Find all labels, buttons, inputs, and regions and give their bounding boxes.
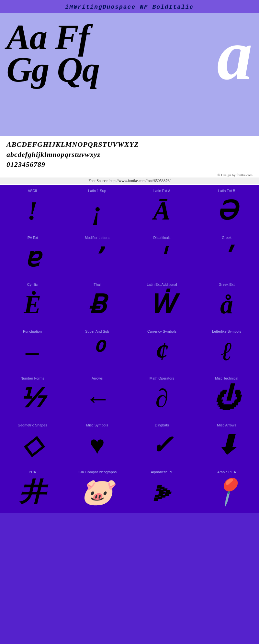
glyph-label: Arrows <box>92 376 103 380</box>
glyph-cell: Letterlike Symbolsℓ <box>194 326 259 372</box>
glyph-label: Greek <box>222 236 231 240</box>
source-link[interactable]: Font Source: http://www.fontke.com/font/… <box>0 177 259 184</box>
glyph-cell: Modifier Lettersʼ <box>65 232 130 279</box>
glyph-label: ASCII <box>28 189 37 193</box>
glyph-label: CJK Compat Ideographs <box>78 470 117 474</box>
alphabet-lowercase: abcdefghijklmnopqrstuvwxyz <box>6 150 253 160</box>
glyph-cell: Currency Symbols¢ <box>130 326 194 372</box>
alphabet-uppercase: ABCDEFGHIJKLMNOPQRSTUVWXYZ <box>6 140 253 150</box>
glyph-character: ⁰ <box>92 336 102 367</box>
glyph-character: ¡ <box>92 195 102 226</box>
glyph-cell: Misc Technical⏻ <box>194 372 259 419</box>
glyph-label: Thai <box>94 283 100 286</box>
glyph-cell: Misc Symbols♥ <box>65 419 130 466</box>
glyph-label: Latin 1 Sup <box>88 189 106 193</box>
glyph-cell: CJK Compat Ideographs🐷 <box>65 466 130 513</box>
preview-letters-row2: Gg Qq <box>6 52 99 87</box>
glyph-label: Super And Sub <box>85 329 109 333</box>
glyph-label: Modifier Letters <box>85 236 109 240</box>
glyph-character: Ə <box>217 195 237 226</box>
glyph-cell: Geometric Shapes◇ <box>0 419 65 466</box>
glyph-label: Greek Ext <box>219 283 235 286</box>
glyph-character: ʼ <box>93 242 101 273</box>
glyph-character: ! <box>27 195 37 226</box>
glyph-character: ← <box>84 383 110 413</box>
preview-letters: Aa Ff Gg Qq <box>6 19 253 87</box>
preview-area: Aa Ff Gg Qq a <box>0 13 259 136</box>
glyph-cell: ASCII! <box>0 185 65 232</box>
glyph-cell: Greekʹ <box>194 232 259 279</box>
glyph-character: ◇ <box>22 430 42 460</box>
glyph-character: Ā <box>153 195 170 226</box>
glyph-cell: Arrows← <box>65 372 130 419</box>
glyph-label: Arabic PF A <box>217 470 236 474</box>
glyph-cell: Super And Sub⁰ <box>65 326 130 372</box>
glyph-label: Letterlike Symbols <box>212 329 241 333</box>
title-bar: iMWritingDuospace NF BoldItalic <box>0 0 259 13</box>
glyph-character: ⪢ <box>149 477 175 507</box>
glyph-label: Diacriticals <box>153 236 170 240</box>
alphabet-area: ABCDEFGHIJKLMNOPQRSTUVWXYZ abcdefghijklm… <box>0 136 259 171</box>
glyph-cell: Dingbats✓ <box>130 419 194 466</box>
glyph-label: Math Operators <box>150 376 174 380</box>
glyph-character: Ẇ <box>149 289 175 320</box>
glyph-label: PUA <box>29 470 36 474</box>
glyph-cell: Greek Extå <box>194 279 259 326</box>
glyph-label: Alphabetic PF <box>151 470 173 474</box>
glyph-character: ♥ <box>89 430 105 460</box>
glyph-cell: Diacriticalsˈ <box>130 232 194 279</box>
glyph-cell: ThaiɃ <box>65 279 130 326</box>
glyph-character: 📍 <box>210 477 243 507</box>
glyph-cell: Arabic PF A📍 <box>194 466 259 513</box>
glyph-cell: Latin Ext AĀ <box>130 185 194 232</box>
glyph-label: Misc Technical <box>215 376 238 380</box>
glyph-cell: CyrillicĖ <box>0 279 65 326</box>
glyph-label: Punctuation <box>23 329 42 333</box>
font-title: iMWritingDuospace NF BoldItalic <box>65 4 194 10</box>
glyph-label: Latin Ext Additional <box>147 283 177 286</box>
glyph-label: Misc Symbols <box>86 423 108 427</box>
copyright-text: © Design by fontke.com <box>217 173 253 177</box>
glyph-character: ⬇ <box>216 430 238 460</box>
glyph-cell: PUA井 <box>0 466 65 513</box>
glyph-character: ℓ <box>221 336 232 367</box>
glyph-cell: Number Forms⅐ <box>0 372 65 419</box>
alphabet-digits: 0123456789 <box>6 160 253 170</box>
glyph-character: 🐷 <box>81 477 113 507</box>
preview-large-letter: a <box>217 19 253 91</box>
glyph-character: ʹ <box>223 242 230 273</box>
preview-row2: Gg Qq <box>6 52 99 87</box>
glyph-cell: Alphabetic PF⪢ <box>130 466 194 513</box>
glyph-character: ¢ <box>155 336 168 367</box>
glyph-character: – <box>26 336 39 367</box>
glyph-character: ✓ <box>151 430 173 460</box>
glyph-label: Latin Ext A <box>153 189 171 193</box>
glyph-cell: IPA Extɐ <box>0 232 65 279</box>
glyph-character: Ė <box>24 289 41 320</box>
glyph-grid: ASCII!Latin 1 Sup¡Latin Ext AĀLatin Ext … <box>0 185 259 513</box>
glyph-label: Dingbats <box>155 423 169 427</box>
source-bar: © Design by fontke.com Font Source: http… <box>0 171 259 185</box>
glyph-character: 井 <box>19 477 45 507</box>
glyph-label: Misc Arrows <box>217 423 236 427</box>
glyph-label: Cyrillic <box>27 283 38 286</box>
glyph-cell: Latin 1 Sup¡ <box>65 185 130 232</box>
glyph-character: ɐ <box>25 242 40 273</box>
glyph-cell: Latin Ext BƏ <box>194 185 259 232</box>
glyph-cell: Misc Arrows⬇ <box>194 419 259 466</box>
glyph-character: ∂ <box>155 383 168 413</box>
glyph-character: Ƀ <box>88 289 106 320</box>
glyph-cell: Latin Ext AdditionalẆ <box>130 279 194 326</box>
glyph-label: IPA Ext <box>27 236 38 240</box>
glyph-cell: Math Operators∂ <box>130 372 194 419</box>
glyph-label: Latin Ext B <box>218 189 235 193</box>
glyph-label: Currency Symbols <box>147 329 176 333</box>
glyph-label: Geometric Shapes <box>17 423 47 427</box>
glyph-label: Number Forms <box>20 376 44 380</box>
glyph-character: ⅐ <box>20 383 45 413</box>
glyph-character: å <box>220 289 233 320</box>
glyph-character: ⏻ <box>214 383 240 413</box>
glyph-character: ˈ <box>158 242 165 273</box>
glyph-cell: Punctuation– <box>0 326 65 372</box>
